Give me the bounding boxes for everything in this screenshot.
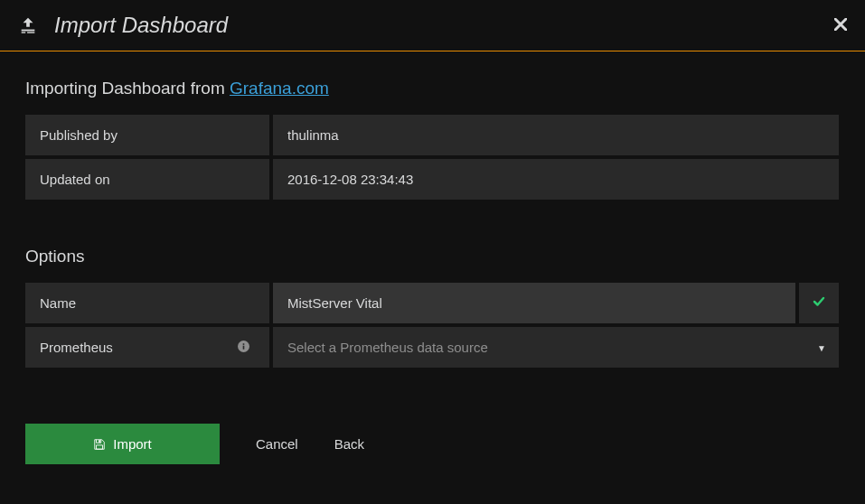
grafana-link[interactable]: Grafana.com xyxy=(230,79,329,98)
modal-title: Import Dashboard xyxy=(54,13,228,38)
updated-on-label: Updated on xyxy=(25,159,269,200)
prometheus-label-text: Prometheus xyxy=(40,340,113,355)
heading-prefix: Importing Dashboard from xyxy=(25,79,230,98)
published-by-label: Published by xyxy=(25,115,269,155)
back-button[interactable]: Back xyxy=(334,436,364,452)
name-input[interactable] xyxy=(273,283,795,323)
name-label: Name xyxy=(25,283,269,323)
name-input-wrapper xyxy=(273,283,795,323)
prometheus-select-wrapper: Select a Prometheus data source ▼ xyxy=(273,327,839,368)
import-button[interactable]: Import xyxy=(25,424,220,464)
upload-icon xyxy=(18,15,38,35)
cancel-button[interactable]: Cancel xyxy=(256,436,298,452)
name-row: Name xyxy=(25,283,840,323)
options-section: Options Name Prometheus xyxy=(25,247,840,368)
modal-actions: Import Cancel Back xyxy=(25,424,840,464)
updated-on-row: Updated on 2016-12-08 23:34:43 xyxy=(25,159,840,200)
published-by-value: thulinma xyxy=(273,115,839,155)
svg-rect-5 xyxy=(243,343,245,345)
prometheus-row: Prometheus Select a Prometheus data sour… xyxy=(25,327,840,368)
name-valid-indicator xyxy=(799,283,839,323)
import-button-label: Import xyxy=(113,436,152,452)
modal-header: Import Dashboard xyxy=(0,0,865,51)
published-by-row: Published by thulinma xyxy=(25,115,840,155)
svg-rect-4 xyxy=(243,345,245,349)
svg-rect-2 xyxy=(27,32,34,33)
save-icon xyxy=(93,438,106,451)
import-source-heading: Importing Dashboard from Grafana.com xyxy=(25,79,840,98)
import-dashboard-modal: Import Dashboard Importing Dashboard fro… xyxy=(0,0,865,504)
close-icon[interactable] xyxy=(834,16,847,35)
svg-rect-0 xyxy=(22,30,35,32)
modal-content: Importing Dashboard from Grafana.com Pub… xyxy=(0,51,865,491)
updated-on-value: 2016-12-08 23:34:43 xyxy=(273,159,839,200)
svg-rect-6 xyxy=(99,440,100,443)
options-title: Options xyxy=(25,247,840,266)
info-icon[interactable] xyxy=(238,341,249,355)
check-icon xyxy=(813,295,825,312)
prometheus-label: Prometheus xyxy=(25,327,269,368)
svg-rect-1 xyxy=(22,32,26,33)
prometheus-select[interactable]: Select a Prometheus data source xyxy=(273,327,839,368)
